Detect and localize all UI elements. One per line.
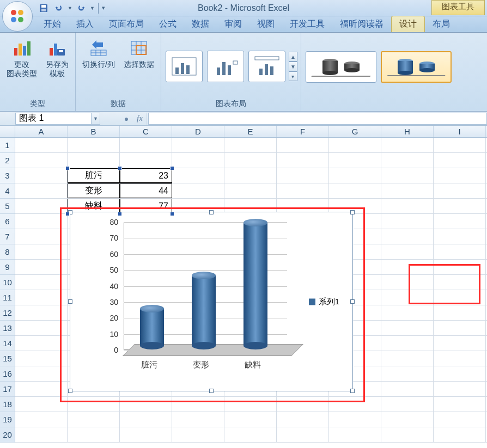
tab-layout[interactable]: 布局: [425, 16, 458, 32]
cell[interactable]: [224, 168, 277, 183]
row-header[interactable]: 10: [0, 275, 15, 290]
cell[interactable]: [381, 305, 434, 320]
cell[interactable]: [381, 168, 434, 183]
range-handle[interactable]: [65, 166, 70, 170]
col-header[interactable]: A: [15, 126, 68, 137]
cell[interactable]: [277, 183, 329, 198]
select-data-button[interactable]: 选择数据: [120, 35, 157, 71]
col-header[interactable]: H: [381, 126, 434, 137]
switch-row-column-button[interactable]: 切换行/列: [79, 35, 118, 71]
cell[interactable]: [381, 199, 434, 213]
cell[interactable]: [381, 321, 434, 335]
row-header[interactable]: 8: [0, 244, 15, 260]
cell[interactable]: [434, 412, 486, 427]
cell[interactable]: [381, 427, 434, 442]
row-header[interactable]: 3: [0, 168, 15, 183]
row-header[interactable]: 16: [0, 366, 15, 382]
cell[interactable]: [381, 351, 434, 366]
cell[interactable]: 脏污: [68, 168, 120, 183]
layout-expand[interactable]: ▾: [289, 71, 297, 81]
cell[interactable]: 44: [120, 183, 172, 198]
tab-page-layout[interactable]: 页面布局: [101, 16, 151, 32]
row-header[interactable]: 5: [0, 199, 15, 214]
cell[interactable]: [277, 138, 329, 152]
cell[interactable]: [277, 168, 329, 183]
bar-cylinder[interactable]: [140, 305, 164, 349]
cell[interactable]: [224, 153, 277, 168]
row-header[interactable]: 20: [0, 427, 15, 443]
tab-review[interactable]: 审阅: [217, 16, 249, 32]
col-header[interactable]: D: [172, 126, 224, 137]
cell[interactable]: [381, 366, 434, 381]
row-header[interactable]: 7: [0, 229, 15, 244]
cell[interactable]: [15, 412, 68, 427]
cell[interactable]: [277, 427, 329, 442]
cell[interactable]: [381, 153, 434, 168]
bar-cylinder[interactable]: [244, 219, 267, 349]
cells-area[interactable]: 01020304050607080 脏污变形缺料 系列1 脏污23变形44缺料7…: [15, 138, 487, 443]
cell[interactable]: [329, 168, 381, 183]
chart-layout-2[interactable]: [207, 51, 244, 82]
cell[interactable]: [434, 321, 486, 335]
cell[interactable]: [434, 366, 486, 381]
row-header[interactable]: 2: [0, 153, 15, 168]
cell[interactable]: [434, 244, 486, 259]
cell[interactable]: [434, 351, 486, 366]
cell[interactable]: [120, 138, 172, 152]
bar-cylinder[interactable]: [192, 272, 216, 349]
tab-foxit[interactable]: 福昕阅读器: [332, 16, 391, 32]
cell[interactable]: [68, 153, 120, 168]
cell[interactable]: [329, 412, 381, 427]
row-header[interactable]: 14: [0, 336, 15, 351]
row-header[interactable]: 19: [0, 412, 15, 427]
row-header[interactable]: 17: [0, 382, 15, 397]
cell[interactable]: 变形: [68, 183, 120, 198]
col-header[interactable]: G: [329, 126, 381, 137]
worksheet-grid[interactable]: A B C D E F G H I 1234567891011121314151…: [0, 126, 487, 443]
cell[interactable]: [120, 412, 172, 427]
undo-button[interactable]: [52, 2, 65, 15]
row-header[interactable]: 13: [0, 321, 15, 336]
name-box-dropdown[interactable]: ▼: [92, 113, 100, 125]
cell[interactable]: [224, 138, 277, 152]
cell[interactable]: [172, 412, 224, 427]
cell[interactable]: [329, 153, 381, 168]
plot-area[interactable]: 01020304050607080 脏污变形缺料: [96, 222, 282, 364]
cell[interactable]: [120, 153, 172, 168]
cell[interactable]: [224, 183, 277, 198]
chart-legend[interactable]: 系列1: [309, 297, 339, 307]
cell[interactable]: [172, 427, 224, 442]
cell[interactable]: [381, 336, 434, 351]
tab-view[interactable]: 视图: [249, 16, 282, 32]
cell[interactable]: [224, 412, 277, 427]
cell[interactable]: [15, 168, 68, 183]
layout-scroll-up[interactable]: ▲: [289, 52, 297, 62]
cell[interactable]: [329, 183, 381, 198]
row-header[interactable]: 4: [0, 183, 15, 199]
cell[interactable]: [277, 153, 329, 168]
range-handle[interactable]: [118, 166, 122, 170]
chart-layout-3[interactable]: [248, 51, 285, 82]
cell[interactable]: [172, 153, 224, 168]
cell[interactable]: [434, 168, 486, 183]
cell[interactable]: [172, 168, 224, 183]
cell[interactable]: [434, 336, 486, 351]
cell[interactable]: 23: [120, 168, 172, 183]
range-handle[interactable]: [170, 212, 174, 216]
cell[interactable]: [381, 397, 434, 412]
range-handle[interactable]: [118, 212, 122, 216]
range-handle[interactable]: [65, 212, 70, 216]
cell[interactable]: [68, 412, 120, 427]
redo-button[interactable]: [75, 2, 88, 15]
col-header[interactable]: C: [120, 126, 172, 137]
cell[interactable]: [329, 427, 381, 442]
chart-style-1[interactable]: [306, 51, 376, 83]
tab-developer[interactable]: 开发工具: [282, 16, 332, 32]
cell[interactable]: [434, 305, 486, 320]
save-as-template-button[interactable]: 另存为 模板: [42, 35, 72, 81]
cell[interactable]: [15, 183, 68, 198]
cell[interactable]: [224, 427, 277, 442]
save-button[interactable]: [37, 2, 50, 15]
cell[interactable]: [120, 427, 172, 442]
cell[interactable]: [434, 138, 486, 152]
